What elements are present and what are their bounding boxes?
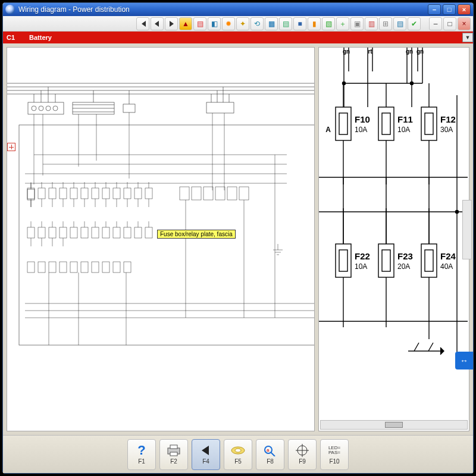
detail-diagram: gn rt gn gn: [319, 48, 468, 399]
svg-rect-91: [124, 227, 131, 238]
svg-rect-162: [425, 113, 433, 134]
svg-point-7: [39, 106, 43, 111]
svg-rect-42: [49, 188, 56, 199]
fkey-label: F9: [299, 458, 306, 465]
close-button[interactable]: ×: [458, 4, 471, 15]
svg-rect-19: [123, 104, 135, 112]
next-page-icon[interactable]: [165, 17, 178, 30]
hover-tooltip: Fuse box/relay plate, fascia: [157, 230, 236, 239]
fkey-label: F4: [202, 458, 209, 465]
svg-rect-156: [382, 113, 390, 134]
child-min-button[interactable]: –: [429, 17, 442, 30]
svg-rect-175: [339, 250, 347, 271]
tree-icon[interactable]: ⊞: [379, 17, 392, 30]
f4-back-button[interactable]: F4: [192, 439, 220, 470]
svg-rect-93: [145, 227, 152, 238]
viewport-handle[interactable]: [7, 143, 15, 151]
window-title: Wiring diagram - Power distribution: [18, 5, 130, 14]
gear-icon[interactable]: ✹: [222, 17, 235, 30]
check-icon[interactable]: ✔: [408, 17, 421, 30]
export-icon[interactable]: ▥: [365, 17, 378, 30]
maximize-button[interactable]: □: [443, 4, 456, 15]
remote-session-badge[interactable]: ↔: [455, 352, 473, 369]
svg-rect-57: [239, 187, 249, 200]
add-icon[interactable]: ＋: [336, 17, 349, 30]
link-icon[interactable]: ⟲: [250, 17, 264, 30]
svg-text:30A: 30A: [440, 126, 453, 134]
horizontal-scrollbar[interactable]: [320, 420, 468, 430]
svg-text:F22: F22: [355, 251, 370, 261]
book-icon[interactable]: ▮: [308, 17, 321, 30]
svg-rect-45: [81, 188, 88, 199]
svg-rect-195: [170, 445, 177, 449]
svg-rect-53: [192, 187, 201, 200]
svg-rect-117: [102, 262, 109, 273]
fkey-label: F5: [234, 458, 242, 465]
svg-rect-149: [339, 113, 347, 134]
svg-point-198: [235, 449, 241, 452]
svg-point-6: [32, 106, 36, 111]
svg-rect-50: [134, 188, 142, 199]
svg-text:10A: 10A: [355, 262, 367, 271]
detail-panel[interactable]: gn rt gn gn: [318, 47, 469, 431]
svg-rect-49: [124, 188, 131, 199]
prev-page-icon[interactable]: [151, 17, 164, 30]
svg-rect-84: [49, 227, 56, 238]
image-icon[interactable]: ▧: [322, 17, 335, 30]
child-close-button[interactable]: ×: [458, 17, 471, 30]
layers-icon[interactable]: ◧: [208, 17, 221, 30]
fkey-label: F1: [138, 458, 145, 465]
f8-inspect-button[interactable]: a F8: [256, 439, 284, 470]
f1-help-button[interactable]: ? F1: [127, 439, 156, 470]
box-icon[interactable]: ▣: [350, 17, 364, 30]
save-icon[interactable]: ■: [293, 17, 306, 30]
warning-icon[interactable]: ▲: [179, 17, 192, 30]
minimize-button[interactable]: –: [428, 4, 441, 15]
selection-label: Battery: [29, 34, 52, 41]
svg-text:F23: F23: [397, 251, 413, 261]
svg-text:20A: 20A: [397, 262, 410, 271]
svg-rect-37: [27, 189, 35, 200]
fkey-label: F8: [267, 458, 274, 465]
svg-rect-115: [81, 262, 88, 273]
svg-text:F12: F12: [440, 114, 456, 124]
calendar-icon[interactable]: ▦: [265, 17, 278, 30]
selection-dropdown[interactable]: ▼: [462, 33, 473, 42]
vertical-scrollbar[interactable]: [462, 200, 472, 259]
svg-rect-118: [113, 262, 120, 273]
first-page-icon[interactable]: [136, 17, 149, 30]
fit-icon: [230, 444, 246, 457]
svg-text:A: A: [325, 126, 331, 134]
child-max-button[interactable]: □: [443, 17, 456, 30]
svg-text:40A: 40A: [440, 262, 453, 271]
f9-locate-button[interactable]: F9: [288, 439, 317, 470]
f5-fit-button[interactable]: F5: [224, 439, 252, 470]
svg-rect-92: [134, 227, 142, 238]
svg-rect-82: [27, 227, 35, 238]
page-icon[interactable]: ▤: [193, 17, 206, 30]
svg-rect-41: [38, 188, 45, 199]
function-key-bar: ? F1 F2 F4 F5 a F8 F9 LED= PAS= F10: [3, 435, 473, 473]
svg-rect-48: [113, 188, 120, 199]
svg-rect-114: [70, 262, 77, 273]
svg-rect-54: [203, 187, 213, 200]
svg-rect-51: [145, 188, 152, 199]
scrollbar-thumb[interactable]: [385, 422, 403, 428]
svg-rect-88: [92, 227, 99, 238]
app-icon: [5, 5, 15, 14]
overview-diagram: [7, 48, 315, 381]
fkey-label: F10: [329, 458, 339, 465]
svg-rect-111: [38, 262, 45, 273]
svg-rect-52: [180, 187, 189, 200]
note-icon[interactable]: ▤: [279, 17, 292, 30]
f10-legend-button[interactable]: LED= PAS= F10: [320, 439, 349, 470]
svg-rect-85: [60, 227, 67, 238]
doc-icon[interactable]: ▤: [393, 17, 406, 30]
svg-rect-21: [206, 102, 234, 113]
overview-panel[interactable]: Fuse box/relay plate, fascia: [7, 47, 315, 431]
svg-rect-181: [382, 250, 390, 271]
f2-print-button[interactable]: F2: [159, 439, 188, 470]
svg-point-9: [53, 106, 58, 111]
inspect-icon: a: [262, 444, 278, 457]
bulb-icon[interactable]: ✦: [236, 17, 249, 30]
